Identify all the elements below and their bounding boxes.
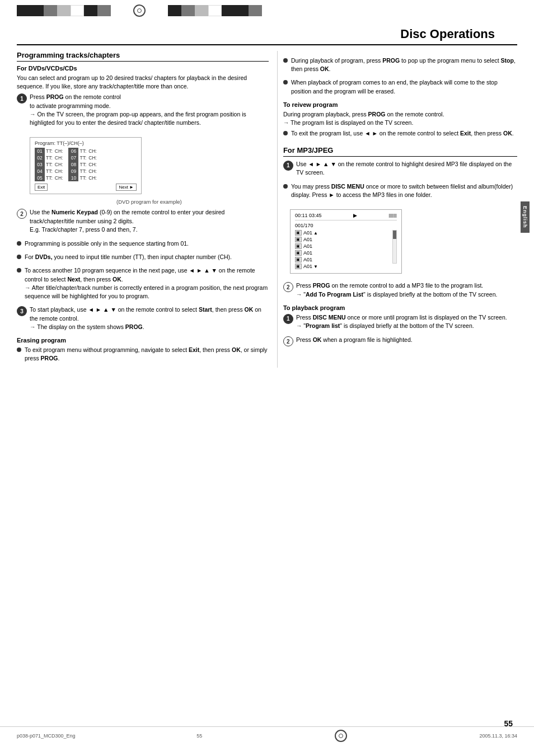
bullet-possible-seq: Programming is possible only in the sequ… [17,240,269,250]
playback-step-2-content: Press OK when a program file is highligh… [296,336,517,346]
mp3-jpeg-section: For MP3/JPEG 1 Use ◄ ► ▲ ▼ on the remote… [283,146,517,347]
bullet-exit-content: To exit the program list, use ◄ ► on the… [291,129,517,140]
pattern-block [235,5,249,16]
dvd-table-container: Program: TT(–)/CH(–) 01TT:CH: 02TT:CH: 0… [30,133,269,205]
mp3-step-1-text: Use ◄ ► ▲ ▼ on the remote control to hig… [296,160,517,177]
review-text: During program playback, press PROG on t… [283,110,517,127]
mp3-file-list: ▣A01 ▲ ▣A01 ▣A01 ▣A01 ▣A01 ▣A01 ▼ [295,230,390,270]
mp3-filename: A01 [303,230,312,236]
mp3-filename: A01 [303,237,312,242]
mp3-scrollbar [392,230,397,264]
bullet-dot [17,348,21,352]
dvd-caption: (DVD program for example) [30,199,269,205]
mp3-file-icon: ▣ [295,243,302,249]
playback-program-heading: To playback program [283,304,517,311]
pattern-block [222,5,235,16]
dvd-table-footer: Exit Next ► [35,182,137,191]
bullet-erasing-content: To exit program menu without programming… [25,346,269,365]
mp3-file-row: ▣A01 [295,243,390,249]
mp3-file-icon: ▣ [295,264,302,269]
scroll-up-arrow: ▲ [313,231,318,236]
dvd-row-09: 09TT:CH: [68,168,97,175]
top-decoration [0,0,534,21]
dvd-row-01: 01TT:CH: [35,148,64,154]
mp3-file-icon: ▣ [295,250,302,256]
mp3-step-2-num: 2 [283,282,293,292]
pattern-block [181,5,195,16]
footer-mid-text: 55 [196,733,202,739]
pattern-block [168,5,181,16]
english-language-tab: English [521,201,530,233]
scroll-down-arrow: ▼ [313,264,318,269]
bullet-dot [17,241,21,246]
step-2-content: Use the Numeric Keypad (0-9) on the remo… [30,208,269,236]
pattern-block [17,5,30,16]
erasing-heading: Erasing program [17,337,269,344]
dvd-table-body: 01TT:CH: 02TT:CH: 03TT:CH: 04TT:CH: 05TT… [35,148,137,181]
mp3-file-row: ▣A01 [295,250,390,256]
pattern-block [208,5,222,16]
for-dvds-heading: For DVDs/VCDs/CDs [17,65,269,72]
disc-menu-text: You may press DISC MENU once or more to … [291,182,517,199]
left-column: Programming tracks/chapters For DVDs/VCD… [17,51,277,368]
bullet-dot [283,80,288,84]
access-10-text: To access another 10 program sequence in… [25,266,269,300]
step-3-num: 3 [17,306,27,316]
bullet-when-end: When playback of program comes to an end… [283,78,517,97]
mp3-file-list-area: ▣A01 ▲ ▣A01 ▣A01 ▣A01 ▣A01 ▣A01 ▼ [295,230,397,270]
bullet-disc-menu: You may press DISC MENU once or more to … [283,182,517,201]
pattern-block [30,5,44,16]
footer-compass-icon [335,730,347,742]
compass-icon [133,4,146,17]
bullet-disc-menu-content: You may press DISC MENU once or more to … [291,182,517,201]
page-title: Disc Operations [400,27,495,41]
mp3-scrollbar-thumb [393,231,396,239]
erasing-text: To exit program menu without programming… [25,346,269,363]
step-3-text: To start playback, use ◄ ► ▲ ▼ on the re… [30,306,269,331]
dvd-row-05: 05TT:CH: [35,175,64,181]
dvd-program-table: Program: TT(–)/CH(–) 01TT:CH: 02TT:CH: 0… [30,137,142,194]
dvds-text: For DVDs, you need to input title number… [25,253,269,261]
footer-left-text: p038-p071_MCD300_Eng [17,733,76,739]
dvd-row-10: 10TT:CH: [68,175,97,181]
mp3-step-1-content: Use ◄ ► ▲ ▼ on the remote control to hig… [296,160,517,179]
mp3-time: 00:11 03:45 [295,213,322,218]
bullet-dot [283,184,288,189]
mp3-file-icon: ▣ [295,237,302,242]
playback-step-2-num: 2 [283,336,293,346]
mp3-file-icon: ▣ [295,257,302,262]
right-column: During playback of program, press PROG t… [277,51,517,368]
step-2-text: Use the Numeric Keypad (0-9) on the remo… [30,208,269,234]
footer-right-text: 2005.11.3, 16:34 [479,733,517,739]
playback-step-1-text: Press DISC MENU once or more until progr… [296,313,517,330]
mp3-top-bar: 00:11 03:45 ▶ ||||||| [295,213,397,220]
mp3-step-1-item: 1 Use ◄ ► ▲ ▼ on the remote control to h… [283,160,517,179]
bullet-when-content: When playback of program comes to an end… [291,78,517,97]
pattern-block [84,5,97,16]
mp3-display-box: 00:11 03:45 ▶ ||||||| 001/170 ▣A01 ▲ ▣A0… [290,209,402,274]
step-1-item: 1 Press PROG on the remote controlto act… [17,93,269,129]
mp3-filename: A01 [303,250,312,256]
bullet-access-10: To access another 10 program sequence in… [17,266,269,303]
pattern-block [97,5,111,16]
dvd-col-right: 06TT:CH: 07TT:CH: 08TT:CH: 09TT:CH: 10TT… [68,148,97,181]
playback-step-1-item: 1 Press DISC MENU once or more until pro… [283,313,517,332]
pattern-block [71,5,84,16]
bullet-dot [17,268,21,273]
mp3-file-row: ▣A01 ▲ [295,230,390,236]
step-1-content: Press PROG on the remote controlto activ… [30,93,269,129]
bullet-exit-program: To exit the program list, use ◄ ► on the… [283,129,517,140]
dvd-row-08: 08TT:CH: [68,161,97,168]
dvd-next-button: Next ► [116,184,137,191]
mp3-player-mockup: 00:11 03:45 ▶ ||||||| 001/170 ▣A01 ▲ ▣A0… [290,205,517,278]
pattern-block [57,5,71,16]
mp3-file-row: ▣A01 [295,257,390,262]
review-heading: To reivew program [283,101,517,108]
footer: p038-p071_MCD300_Eng 55 2005.11.3, 16:34 [0,726,534,745]
pattern-block [44,5,57,16]
step-2-item: 2 Use the Numeric Keypad (0-9) on the re… [17,208,269,236]
when-end-text: When playback of program comes to an end… [291,78,517,95]
mp3-step-2-item: 2 Press PROG on the remote control to ad… [283,281,517,300]
dvd-row-04: 04TT:CH: [35,168,64,175]
mp3-sound-icon: ||||||| [388,213,397,218]
